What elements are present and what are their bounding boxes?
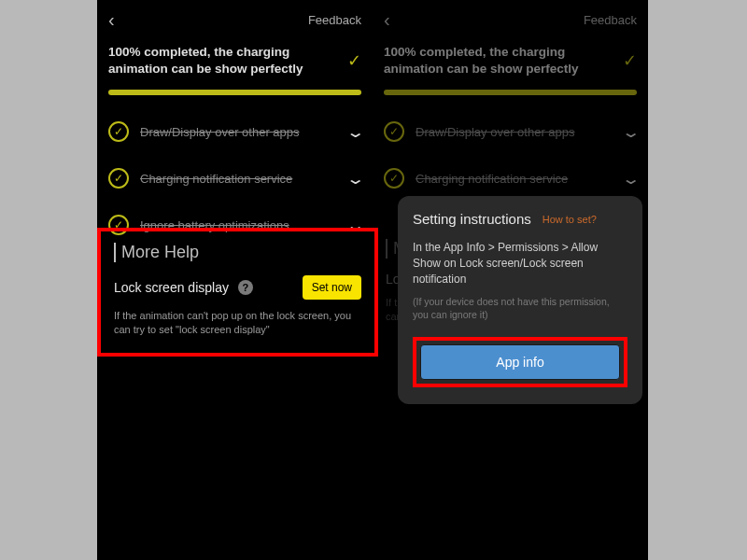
- setting-label: Charging notification service: [416, 172, 613, 186]
- check-icon: ✓: [347, 50, 361, 71]
- modal-instruction-text: In the App Info > Permissions > Allow Sh…: [413, 240, 627, 287]
- settings-list: ✓ Draw/Display over other apps ⌄ ✓ Charg…: [373, 108, 648, 202]
- check-icon: ✓: [623, 50, 637, 71]
- chevron-down-icon: ⌄: [345, 123, 365, 141]
- lock-screen-label: Lock screen display: [114, 280, 229, 295]
- setting-label: Draw/Display over other apps: [140, 125, 338, 139]
- page-margin-left: [0, 0, 97, 560]
- progress-bar: [384, 90, 637, 95]
- setting-item[interactable]: ✓ Draw/Display over other apps ⌄: [108, 108, 361, 155]
- check-circle-icon: ✓: [384, 168, 404, 189]
- feedback-link[interactable]: Feedback: [308, 13, 361, 27]
- setting-item[interactable]: ✓ Charging notification service ⌄: [108, 155, 361, 202]
- status-text: 100% completed, the charging animation c…: [108, 44, 304, 77]
- topbar: ‹ Feedback: [97, 0, 373, 36]
- lock-screen-row: Lock screen display ? Set now: [114, 275, 361, 300]
- status-text: 100% completed, the charging animation c…: [384, 44, 580, 77]
- help-text: If the animation can't pop up on the loc…: [114, 309, 361, 338]
- phone-left: ‹ Feedback 100% completed, the charging …: [97, 0, 373, 560]
- screenshot-pair: ‹ Feedback 100% completed, the charging …: [97, 0, 648, 560]
- check-circle-icon: ✓: [108, 168, 129, 189]
- topbar: ‹ Feedback: [373, 0, 648, 36]
- modal-title-row: Setting instructions How to set?: [413, 211, 627, 227]
- app-info-highlight: App info: [413, 337, 627, 387]
- setting-label: Draw/Display over other apps: [416, 125, 613, 139]
- status-row: 100% completed, the charging animation c…: [373, 36, 648, 80]
- feedback-link[interactable]: Feedback: [584, 13, 637, 27]
- how-to-set-link[interactable]: How to set?: [543, 214, 597, 225]
- status-row: 100% completed, the charging animation c…: [97, 36, 373, 80]
- setting-instructions-modal: Setting instructions How to set? In the …: [398, 196, 642, 404]
- setting-item[interactable]: ✓ Charging notification service ⌄: [384, 155, 637, 202]
- check-circle-icon: ✓: [384, 121, 404, 142]
- modal-hint-text: (If your device does not have this permi…: [413, 296, 627, 321]
- set-now-button[interactable]: Set now: [303, 275, 361, 300]
- help-icon[interactable]: ?: [238, 280, 253, 295]
- setting-label: Charging notification service: [140, 172, 338, 186]
- app-info-button[interactable]: App info: [420, 344, 620, 380]
- chevron-down-icon: ⌄: [621, 170, 641, 188]
- back-icon[interactable]: ‹: [384, 9, 390, 31]
- setting-item[interactable]: ✓ Draw/Display over other apps ⌄: [384, 108, 637, 155]
- back-icon[interactable]: ‹: [108, 9, 115, 31]
- modal-title: Setting instructions: [413, 211, 531, 227]
- more-help-highlight: More Help Lock screen display ? Set now …: [97, 228, 378, 357]
- chevron-down-icon: ⌄: [621, 123, 641, 141]
- more-help-heading: More Help: [114, 243, 361, 262]
- chevron-down-icon: ⌄: [345, 170, 365, 188]
- check-circle-icon: ✓: [108, 121, 129, 142]
- page-margin-right: [648, 0, 747, 560]
- progress-bar: [108, 90, 361, 95]
